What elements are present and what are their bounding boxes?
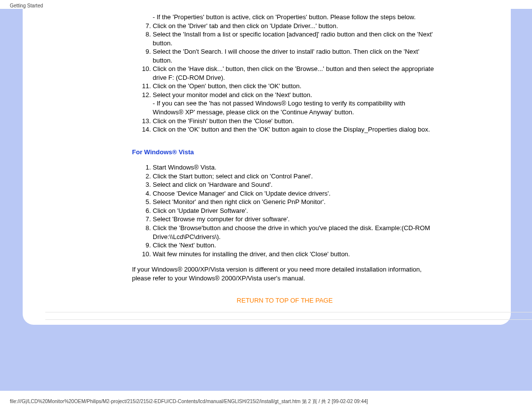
vista-step-5: Select 'Monitor' and then right click on… (153, 198, 437, 206)
vista-step-10: Wait few minutes for installing the driv… (153, 250, 437, 259)
xp-steps-list: Click on the 'Driver' tab and then click… (132, 22, 437, 100)
vista-steps-list: Start Windows® Vista. Click the Start bu… (132, 163, 437, 258)
divider (45, 319, 532, 320)
xp-step-10: Click on the 'Have disk...' button, then… (153, 65, 437, 82)
vista-step-4: Choose 'Device Manager' and Click on 'Up… (153, 189, 437, 198)
closing-paragraph: If your Windows® 2000/XP/Vista version i… (132, 265, 437, 282)
vista-step-8: Click the 'Browse'button and choose the … (153, 224, 437, 241)
vista-step-7: Select 'Browse my computer for driver so… (153, 215, 437, 224)
vista-step-1: Start Windows® Vista. (153, 163, 437, 172)
vista-step-6: Click on 'Update Driver Software'. (153, 206, 437, 215)
xp-step-8: Select the 'Install from a list or speci… (153, 30, 437, 47)
xp-step-9: Select the 'Don't Search. I will choose … (153, 47, 437, 65)
xp-step-11: Click on the 'Open' button, then click t… (153, 82, 437, 91)
return-to-top-link[interactable]: RETURN TO TOP OF THE PAGE (132, 296, 437, 305)
footer-file-path: file:///G|/LCD%20Monitor%20OEM/Philips/M… (10, 398, 368, 405)
content-panel: - If the 'Properties' button is active, … (23, 9, 511, 325)
xp-step-12: Select your monitor model and click on t… (153, 91, 437, 100)
xp-note-properties: - If the 'Properties' button is active, … (153, 13, 437, 22)
xp-step-7: Click on the 'Driver' tab and then click… (153, 22, 437, 31)
divider (45, 312, 532, 312)
xp-steps-list-cont: Click on the 'Finish' button then the 'C… (132, 117, 437, 134)
vista-step-9: Click the 'Next' button. (153, 241, 437, 250)
xp-step-13: Click on the 'Finish' button then the 'C… (153, 117, 437, 126)
content-body: - If the 'Properties' button is active, … (132, 13, 437, 305)
vista-heading: For Windows® Vista (132, 148, 437, 157)
vista-step-2: Click the Start button; select and click… (153, 172, 437, 181)
page-header-title: Getting Started (10, 3, 43, 8)
vista-step-3: Select and click on 'Hardware and Sound'… (153, 180, 437, 189)
page-background: - If the 'Properties' button is active, … (0, 9, 532, 391)
xp-step-14: Click on the 'OK' button and then the 'O… (153, 125, 437, 134)
xp-note-logo-testing: - If you can see the 'has not passed Win… (153, 99, 437, 116)
